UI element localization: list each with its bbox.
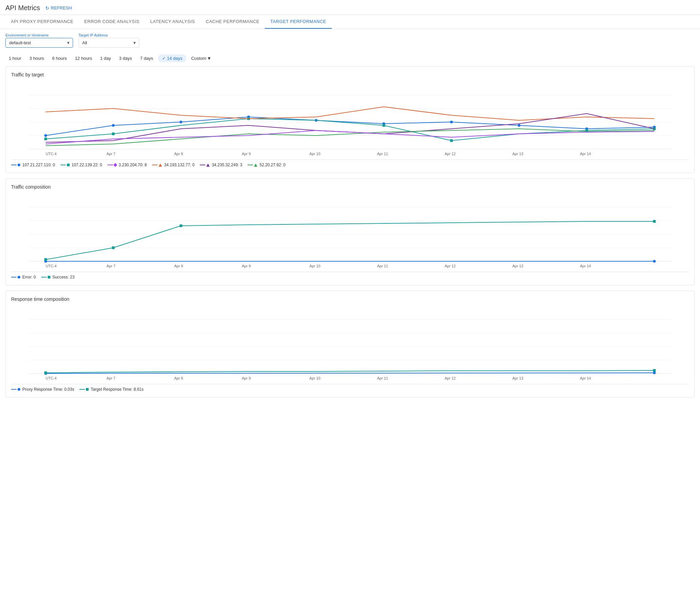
time-btn-7d[interactable]: 7 days: [137, 54, 156, 62]
response-time-title: Response time composition: [11, 296, 689, 302]
ip-field-group: Target IP Address All 107.21.227.110 107…: [78, 33, 139, 48]
time-btn-custom[interactable]: Custom ▼: [188, 54, 215, 62]
svg-text:Apr 13: Apr 13: [512, 152, 523, 156]
svg-text:Apr 7: Apr 7: [107, 152, 115, 156]
svg-text:Apr 11: Apr 11: [377, 264, 388, 268]
ip-select[interactable]: All 107.21.227.110 107.22.139.22 3.230.2…: [78, 38, 139, 48]
traffic-composition-chart: UTC-4 Apr 7 Apr 8 Apr 9 Apr 10 Apr 11 Ap…: [11, 194, 689, 269]
svg-text:Apr 7: Apr 7: [107, 376, 115, 380]
svg-text:Apr 9: Apr 9: [242, 376, 251, 380]
env-label: Environment or Hostname: [5, 33, 73, 37]
response-time-chart: UTC-4 Apr 7 Apr 8 Apr 9 Apr 10 Apr 11 Ap…: [11, 306, 689, 381]
svg-point-7: [180, 121, 182, 123]
svg-point-37: [653, 260, 656, 263]
svg-text:Apr 14: Apr 14: [580, 376, 591, 380]
page-header: API Metrics ↻ REFRESH: [0, 0, 700, 15]
traffic-composition-section: Traffic composition UTC-: [5, 178, 695, 285]
tab-bar: API PROXY PERFORMANCE ERROR CODE ANALYSI…: [0, 15, 700, 29]
svg-text:Apr 10: Apr 10: [309, 376, 320, 380]
svg-text:Apr 10: Apr 10: [309, 264, 320, 268]
svg-text:Apr 13: Apr 13: [512, 376, 523, 380]
svg-rect-16: [112, 132, 115, 135]
legend-item-0: 107.21.227.110: 0: [11, 163, 55, 167]
env-select[interactable]: default-test prod staging: [5, 38, 73, 48]
svg-rect-15: [44, 138, 47, 140]
legend-target-response: Target Response Time: 8.61s: [79, 387, 143, 392]
svg-point-6: [112, 124, 115, 127]
traffic-composition-legend: Error: 0 Success: 23: [11, 272, 689, 280]
svg-rect-38: [44, 258, 47, 261]
legend-item-2: 3.230.204.70: 8: [108, 163, 147, 167]
legend-item-1: 107.22.139.22: 0: [61, 163, 102, 167]
response-time-section: Response time composition UTC-4 Ap: [5, 291, 695, 397]
traffic-composition-title: Traffic composition: [11, 184, 689, 190]
svg-text:Apr 8: Apr 8: [174, 376, 183, 380]
svg-rect-58: [44, 371, 47, 374]
svg-point-57: [653, 371, 656, 374]
svg-text:UTC-4: UTC-4: [46, 152, 56, 156]
svg-text:Apr 14: Apr 14: [580, 152, 591, 156]
traffic-by-target-title: Traffic by target: [11, 72, 689, 77]
custom-dropdown-icon: ▼: [207, 56, 211, 61]
svg-text:UTC-4: UTC-4: [46, 264, 56, 268]
traffic-by-target-legend: 107.21.227.110: 0 107.22.139.22: 0 3.230…: [11, 160, 689, 167]
time-btn-12h[interactable]: 12 hours: [72, 54, 96, 62]
svg-text:Apr 7: Apr 7: [107, 264, 115, 268]
time-btn-6h[interactable]: 6 hours: [49, 54, 70, 62]
legend-item-5: 52.20.27.92: 0: [248, 163, 285, 167]
traffic-by-target-svg: UTC-4 Apr 7 Apr 8 Apr 9 Apr 10 Apr 11 Ap…: [11, 81, 689, 156]
svg-rect-19: [450, 139, 453, 142]
time-btn-3h[interactable]: 3 hours: [26, 54, 47, 62]
env-field-group: Environment or Hostname default-test pro…: [5, 33, 73, 48]
svg-text:Apr 9: Apr 9: [242, 264, 251, 268]
page-title: API Metrics: [5, 4, 40, 12]
refresh-icon: ↻: [45, 5, 49, 11]
svg-rect-59: [653, 369, 656, 372]
legend-item-4: 34.235.32.249: 3: [200, 163, 242, 167]
traffic-composition-svg: UTC-4 Apr 7 Apr 8 Apr 9 Apr 10 Apr 11 Ap…: [11, 194, 689, 268]
tab-error-code[interactable]: ERROR CODE ANALYSIS: [79, 15, 145, 29]
env-select-wrapper: default-test prod staging ▼: [5, 38, 73, 48]
svg-text:Apr 12: Apr 12: [445, 264, 456, 268]
refresh-button[interactable]: ↻ REFRESH: [45, 5, 72, 11]
svg-text:Apr 11: Apr 11: [377, 376, 388, 380]
legend-item-3: 34.193.132.77: 0: [152, 163, 194, 167]
svg-rect-18: [382, 124, 385, 127]
time-range-bar: 1 hour 3 hours 6 hours 12 hours 1 day 3 …: [0, 52, 700, 66]
time-btn-3d[interactable]: 3 days: [116, 54, 135, 62]
response-time-legend: Proxy Response Time: 0.03s Target Respon…: [11, 384, 689, 392]
svg-text:Apr 8: Apr 8: [174, 152, 183, 156]
svg-point-5: [44, 134, 47, 137]
svg-point-12: [518, 124, 520, 127]
svg-rect-41: [653, 220, 656, 223]
svg-rect-39: [112, 246, 115, 249]
tab-latency[interactable]: LATENCY ANALYSIS: [145, 15, 200, 29]
tab-target[interactable]: TARGET PERFORMANCE: [265, 15, 331, 29]
svg-point-11: [450, 121, 453, 123]
time-btn-14d[interactable]: ✓ 14 days: [158, 54, 187, 62]
traffic-by-target-chart: UTC-4 Apr 7 Apr 8 Apr 9 Apr 10 Apr 11 Ap…: [11, 81, 689, 157]
svg-text:Apr 13: Apr 13: [512, 264, 523, 268]
legend-proxy-response: Proxy Response Time: 0.03s: [11, 387, 74, 392]
legend-success: Success: 23: [41, 275, 74, 280]
checkmark-icon: ✓: [162, 56, 166, 61]
svg-text:Apr 9: Apr 9: [242, 152, 251, 156]
svg-text:Apr 12: Apr 12: [445, 376, 456, 380]
svg-text:Apr 12: Apr 12: [445, 152, 456, 156]
tab-cache[interactable]: CACHE PERFORMANCE: [201, 15, 265, 29]
ip-select-wrapper: All 107.21.227.110 107.22.139.22 3.230.2…: [78, 38, 139, 48]
filter-controls: Environment or Hostname default-test pro…: [0, 29, 700, 52]
svg-text:Apr 10: Apr 10: [309, 152, 320, 156]
response-time-svg: UTC-4 Apr 7 Apr 8 Apr 9 Apr 10 Apr 11 Ap…: [11, 306, 689, 380]
svg-text:Apr 11: Apr 11: [377, 152, 388, 156]
svg-text:Apr 14: Apr 14: [580, 264, 591, 268]
legend-error: Error: 0: [11, 275, 36, 280]
svg-text:Apr 8: Apr 8: [174, 264, 183, 268]
charts-container: Traffic by target: [0, 66, 700, 397]
time-btn-1h[interactable]: 1 hour: [5, 54, 25, 62]
svg-text:UTC-4: UTC-4: [46, 376, 56, 380]
tab-api-proxy[interactable]: API PROXY PERFORMANCE: [5, 15, 79, 29]
ip-label: Target IP Address: [78, 33, 139, 37]
time-btn-1d[interactable]: 1 day: [97, 54, 114, 62]
traffic-by-target-section: Traffic by target: [5, 66, 695, 173]
